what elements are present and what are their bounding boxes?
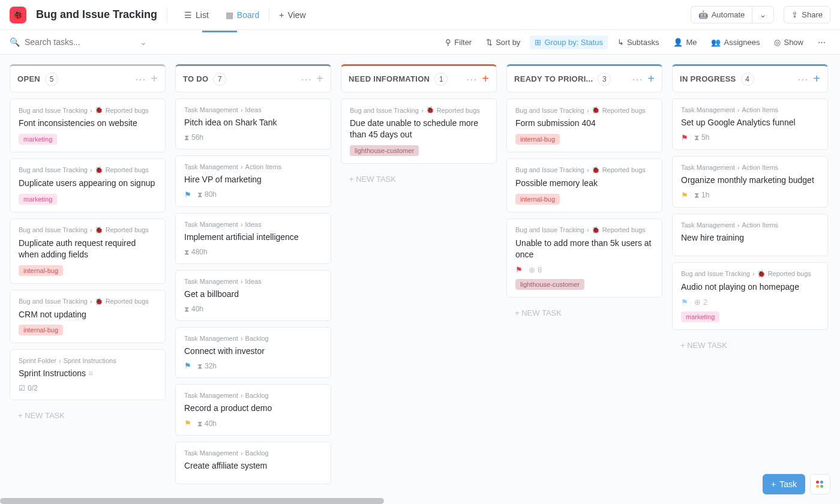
card[interactable]: Task Management›Ideas Implement artifici… [175,213,331,264]
card[interactable]: Bug and Issue Tracking›🐞Reported bugs Un… [506,218,662,298]
tag-internal-bug[interactable]: internal-bug [515,134,560,145]
card[interactable]: Task Management›Backlog Connect with inv… [175,327,331,379]
card[interactable]: Task Management›Ideas Get a billboard ⧗4… [175,270,331,321]
column-need-information: NEED INFORMATION 1 ⋯ + Bug and Issue Tra… [341,64,497,490]
column-header[interactable]: OPEN 5 ⋯ + [10,64,166,92]
tag-internal-bug[interactable]: internal-bug [19,265,63,276]
view-tab-board[interactable]: ▦ Board [218,5,266,25]
breadcrumb: Task Management›Backlog [184,335,322,342]
tag-marketing[interactable]: marketing [681,311,719,322]
eye-icon: ◎ [774,38,781,47]
hourglass-icon: ⧗ [197,419,202,428]
view-tab-add[interactable]: + View [272,5,313,25]
card[interactable]: Sprint Folder›Sprint Instructions Sprint… [10,349,166,400]
priority-flag-icon[interactable]: ⚑ [515,265,523,274]
column-count: 5 [45,73,58,86]
new-task-button[interactable]: + NEW TASK [672,336,828,355]
assignee-count[interactable]: ⊕2 [694,298,707,307]
sort-button[interactable]: ⇅Sort by [481,35,525,49]
me-button[interactable]: 👤Me [668,35,701,49]
card[interactable]: Bug and Issue Tracking›🐞Reported bugs Au… [672,262,828,330]
card[interactable]: Bug and Issue Tracking›🐞Reported bugs Po… [506,158,662,212]
apps-button[interactable] [810,474,830,494]
column-menu[interactable]: ⋯ [301,73,311,86]
column-add[interactable]: + [813,72,820,86]
tag-lighthouse[interactable]: lighthouse-customer [515,279,584,290]
column-menu[interactable]: ⋯ [797,73,808,86]
column-add[interactable]: + [316,72,323,86]
search-dropdown[interactable]: ⌄ [140,37,147,47]
column-header[interactable]: IN PROGRESS 4 ⋯ + [672,64,828,92]
column-menu[interactable]: ⋯ [135,73,146,86]
horizontal-scrollbar[interactable] [0,498,384,504]
apps-icon [816,481,824,488]
column-header[interactable]: NEED INFORMATION 1 ⋯ + [341,64,497,92]
column-add[interactable]: + [482,72,489,86]
priority-flag-icon[interactable]: ⚑ [184,190,191,199]
card[interactable]: Bug and Issue Tracking›🐞Reported bugs Fo… [506,98,662,152]
card[interactable]: Task Management›Action Items New hire tr… [672,214,828,256]
column-header[interactable]: READY TO PRIORI... 3 ⋯ + [506,64,662,92]
tag-lighthouse[interactable]: lighthouse-customer [350,145,419,156]
new-task-fab[interactable]: +Task [763,474,805,494]
tag-marketing[interactable]: marketing [19,194,57,205]
assignee-count[interactable]: ⊕8 [529,265,542,274]
card[interactable]: Task Management›Backlog Create affiliate… [175,442,331,484]
group-button[interactable]: ⊞Group by: Status [530,35,608,49]
subtasks-button[interactable]: ↳Subtasks [613,35,664,49]
card[interactable]: Task Management›Action Items Hire VP of … [175,155,331,207]
hourglass-icon: ⧗ [184,133,189,142]
group-icon: ⊞ [535,38,541,47]
column-ready-to-prioritize: READY TO PRIORI... 3 ⋯ + Bug and Issue T… [506,64,662,490]
priority-flag-icon[interactable]: ⚑ [681,298,688,307]
breadcrumb: Bug and Issue Tracking›🐞Reported bugs [515,106,653,114]
assignees-button[interactable]: 👥Assignees [706,35,764,49]
column-todo: TO DO 7 ⋯ + Task Management›Ideas Pitch … [175,64,331,490]
card-title: Font inconsistencies on website [19,118,157,129]
new-task-button[interactable]: + NEW TASK [341,170,497,188]
page-title: Bug and Issue Tracking [36,8,157,21]
column-header[interactable]: TO DO 7 ⋯ + [175,64,331,92]
card[interactable]: Task Management›Ideas Pitch idea on Shar… [175,98,331,149]
card[interactable]: Bug and Issue Tracking›🐞Reported bugs Fo… [10,98,166,152]
time-estimate: ⧗56h [184,133,203,142]
column-add[interactable]: + [151,72,158,86]
card[interactable]: Task Management›Backlog Record a product… [175,384,331,436]
priority-flag-icon[interactable]: ⚑ [681,133,688,142]
column-title: IN PROGRESS [680,74,736,83]
share-button[interactable]: ⇪ Share [784,6,830,23]
card[interactable]: Bug and Issue Tracking›🐞Reported bugs Du… [341,98,497,164]
priority-flag-icon[interactable]: ⚑ [184,419,191,428]
column-menu[interactable]: ⋯ [632,73,643,86]
plus-icon: + [771,479,776,489]
card[interactable]: Task Management›Action Items Set up Goog… [672,98,828,150]
new-task-button[interactable]: + NEW TASK [10,406,166,425]
breadcrumb: Task Management›Action Items [681,106,819,113]
card[interactable]: Bug and Issue Tracking›🐞Reported bugs Du… [10,158,166,212]
view-tab-list[interactable]: ☰ List [177,5,216,25]
show-button[interactable]: ◎Show [769,35,808,49]
plus-icon: + [279,10,284,20]
column-add[interactable]: + [647,72,655,86]
tag-internal-bug[interactable]: internal-bug [19,325,63,335]
chevron-down-icon: ⌄ [760,10,766,19]
more-button[interactable]: ⋯ [813,35,830,49]
new-task-button[interactable]: + NEW TASK [506,304,662,322]
card[interactable]: Bug and Issue Tracking›🐞Reported bugs Du… [10,218,166,284]
card[interactable]: Task Management›Action Items Organize mo… [672,156,828,208]
search-input[interactable] [25,37,121,47]
breadcrumb: Task Management›Backlog [184,449,322,457]
column-menu[interactable]: ⋯ [466,73,477,86]
card[interactable]: Bug and Issue Tracking›🐞Reported bugs CR… [10,290,166,344]
automate-button[interactable]: 🤖 Automate [691,6,752,23]
priority-flag-icon[interactable]: ⚑ [681,191,688,200]
automate-dropdown[interactable]: ⌄ [752,6,774,23]
tag-internal-bug[interactable]: internal-bug [515,194,560,205]
breadcrumb: Task Management›Action Items [681,221,819,229]
filter-button[interactable]: ⚲Filter [440,35,476,49]
breadcrumb: Task Management›Action Items [681,164,819,171]
tag-marketing[interactable]: marketing [19,134,57,145]
priority-flag-icon[interactable]: ⚑ [184,361,191,370]
app-logo[interactable]: 🐞 [10,7,26,23]
card-title: Duplicate auth request required when add… [19,238,157,260]
